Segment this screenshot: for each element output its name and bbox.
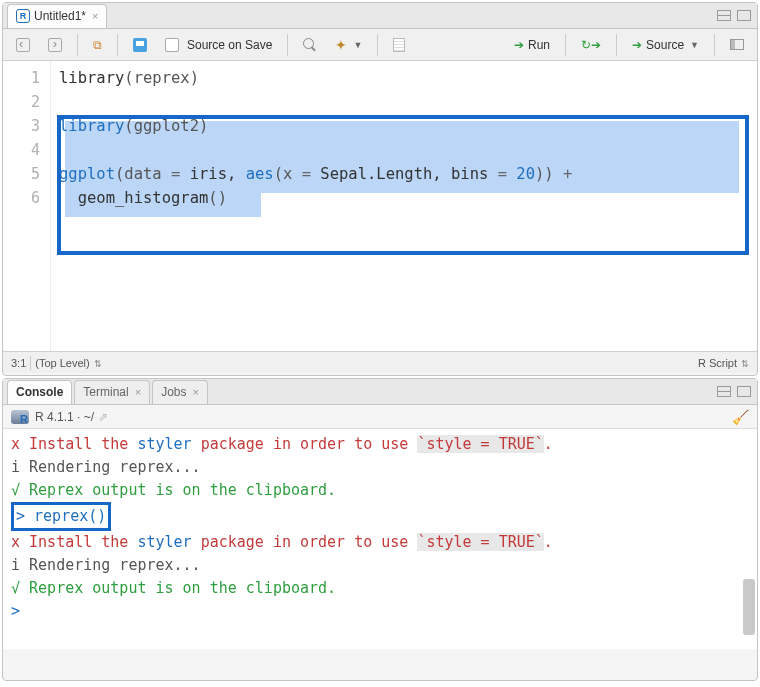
- search-icon: [303, 38, 317, 52]
- code-token: library: [59, 117, 124, 135]
- scrollbar[interactable]: [741, 429, 755, 649]
- code-token: =: [171, 165, 180, 183]
- show-in-new-window-button[interactable]: ⧉: [86, 33, 109, 57]
- compile-report-button[interactable]: [386, 33, 412, 57]
- minimize-pane-icon[interactable]: [717, 10, 731, 21]
- code-content[interactable]: library(reprex) library(ggplot2) ggplot(…: [51, 61, 757, 351]
- notebook-icon: [393, 38, 405, 52]
- separator: [117, 34, 118, 56]
- code-token: =: [302, 165, 311, 183]
- code-token: (data: [115, 165, 171, 183]
- pane-window-controls: [717, 386, 757, 397]
- minimize-pane-icon[interactable]: [717, 386, 731, 397]
- tab-label: Jobs: [161, 385, 186, 399]
- code-token: library: [59, 69, 124, 87]
- outline-button[interactable]: [723, 33, 751, 57]
- run-icon: ➔: [514, 38, 524, 52]
- console-line: x Install the styler package in order to…: [11, 435, 553, 453]
- back-icon: [16, 38, 30, 52]
- line-number: 1: [3, 66, 40, 90]
- source-icon: ➔: [632, 38, 642, 52]
- console-header: R 4.1.1 · ~/ ⇗ 🧹: [3, 405, 757, 429]
- console-line: i Rendering reprex...: [11, 556, 201, 574]
- editor-tab-untitled[interactable]: R Untitled1* ×: [7, 4, 107, 28]
- console-output[interactable]: x Install the styler package in order to…: [3, 429, 757, 649]
- tab-console[interactable]: Console: [7, 380, 72, 404]
- rerun-button[interactable]: ↻➔: [574, 33, 608, 57]
- cursor-position: 3:1: [11, 357, 26, 369]
- editor-tab-title: Untitled1*: [34, 9, 86, 23]
- separator: [77, 34, 78, 56]
- console-line: x Install the styler package in order to…: [11, 533, 553, 551]
- line-number: 5: [3, 162, 40, 186]
- line-number: 4: [3, 138, 40, 162]
- source-label: Source: [646, 38, 684, 52]
- tab-terminal[interactable]: Terminal×: [74, 380, 150, 404]
- maximize-pane-icon[interactable]: [737, 386, 751, 397]
- run-button[interactable]: ➔ Run: [507, 33, 557, 57]
- separator: [287, 34, 288, 56]
- rerun-icon: ↻➔: [581, 38, 601, 52]
- console-line: √ Reprex output is on the clipboard.: [11, 481, 336, 499]
- prompt: >: [16, 507, 34, 525]
- popout-icon[interactable]: ⇗: [98, 410, 108, 424]
- run-label: Run: [528, 38, 550, 52]
- line-number: 2: [3, 90, 40, 114]
- tab-label: Console: [16, 385, 63, 399]
- source-button[interactable]: ➔ Source ▼: [625, 33, 706, 57]
- close-icon[interactable]: ×: [193, 386, 199, 398]
- line-gutter: 1 2 3 4 5 6: [3, 61, 51, 351]
- code-token: geom_histogram: [59, 189, 208, 207]
- find-button[interactable]: [296, 33, 324, 57]
- code-token: iris,: [180, 165, 245, 183]
- code-token: [507, 165, 516, 183]
- annotation-box: > reprex(): [11, 502, 111, 531]
- updown-icon: ⇅: [741, 359, 749, 369]
- editor-pane: R Untitled1* × ⧉ Source on Save ✦▼ ➔ Run: [2, 2, 758, 376]
- r-file-icon: R: [16, 9, 30, 23]
- forward-icon: [48, 38, 62, 52]
- forward-button[interactable]: [41, 33, 69, 57]
- save-button[interactable]: [126, 33, 154, 57]
- code-editor[interactable]: 1 2 3 4 5 6 library(reprex) library(ggpl…: [3, 61, 757, 351]
- chevron-down-icon: ▼: [690, 40, 699, 50]
- maximize-pane-icon[interactable]: [737, 10, 751, 21]
- console-line: √ Reprex output is on the clipboard.: [11, 579, 336, 597]
- checkbox-icon: [165, 38, 179, 52]
- pane-window-controls: [717, 10, 757, 21]
- close-icon[interactable]: ×: [92, 10, 98, 22]
- code-token: Sepal.Length, bins: [311, 165, 498, 183]
- r-logo-icon: [11, 410, 29, 424]
- console-command: reprex(): [34, 507, 106, 525]
- scope-selector[interactable]: (Top Level)⇅: [35, 357, 101, 369]
- editor-tabbar: R Untitled1* ×: [3, 3, 757, 29]
- scroll-thumb[interactable]: [743, 579, 755, 635]
- tab-label: Terminal: [83, 385, 128, 399]
- source-on-save-toggle[interactable]: Source on Save: [158, 33, 279, 57]
- source-on-save-label: Source on Save: [187, 38, 272, 52]
- line-number: 6: [3, 186, 40, 210]
- code-tools-button[interactable]: ✦▼: [328, 33, 369, 57]
- save-icon: [133, 38, 147, 52]
- console-pane: Console Terminal× Jobs× R 4.1.1 · ~/ ⇗ 🧹…: [2, 378, 758, 681]
- scope-label: (Top Level): [35, 357, 89, 369]
- console-tabbar: Console Terminal× Jobs×: [3, 379, 757, 405]
- code-token: )): [535, 165, 563, 183]
- separator: [377, 34, 378, 56]
- line-number: 3: [3, 114, 40, 138]
- prompt[interactable]: >: [11, 602, 29, 620]
- lang-label: R Script: [698, 357, 737, 369]
- clear-console-button[interactable]: 🧹: [732, 409, 749, 425]
- code-token: =: [498, 165, 507, 183]
- code-token: (reprex): [124, 69, 199, 87]
- editor-toolbar: ⧉ Source on Save ✦▼ ➔ Run ↻➔ ➔ Source ▼: [3, 29, 757, 61]
- separator: [714, 34, 715, 56]
- code-token: (ggplot2): [124, 117, 208, 135]
- code-token: 20: [516, 165, 535, 183]
- close-icon[interactable]: ×: [135, 386, 141, 398]
- lang-selector[interactable]: R Script⇅: [698, 357, 749, 369]
- editor-statusbar: 3:1 (Top Level)⇅ R Script⇅: [3, 351, 757, 373]
- back-button[interactable]: [9, 33, 37, 57]
- code-token: ggplot: [59, 165, 115, 183]
- tab-jobs[interactable]: Jobs×: [152, 380, 208, 404]
